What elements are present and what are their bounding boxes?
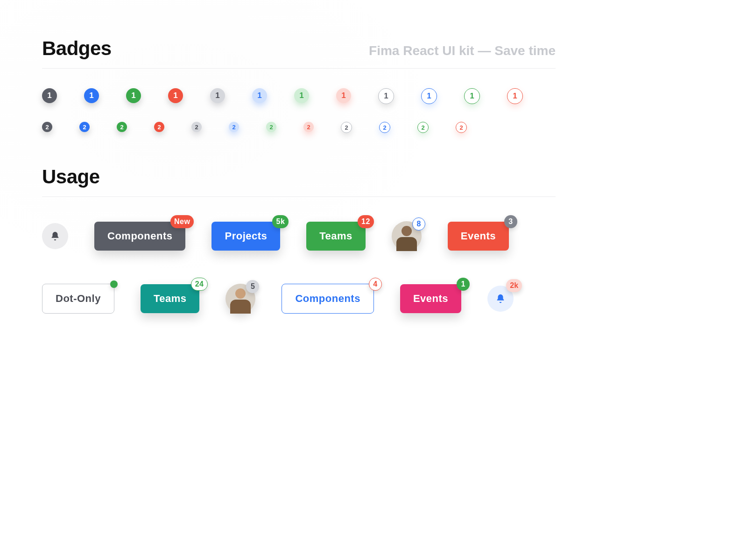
badge-dot [110,280,118,288]
events-button[interactable]: Events 1 [400,284,461,313]
badge-green-soft: 1 [294,88,309,103]
button-label: Teams [154,293,187,304]
badge-sm-red-soft: 2 [303,122,314,132]
bell-icon-button[interactable] [42,223,68,249]
bell-icon [495,294,506,304]
avatar[interactable]: 8 [392,221,422,251]
section-title: Badges [42,37,112,60]
badge-red-soft: 1 [336,88,351,103]
badge-count: 4 [369,278,382,291]
badge-new: New [170,215,194,228]
badge-gray-outline: 1 [378,88,394,104]
avatar[interactable]: 5 [226,284,255,314]
bell-with-badge[interactable]: 2k [487,286,514,312]
badge-count: 5k [272,215,289,228]
teams-button[interactable]: Teams 24 [141,284,200,313]
badge-sm-gray-fill: 2 [42,122,52,132]
badge-sm-gray-outline: 2 [341,122,352,133]
badge-count: 5 [246,280,259,293]
badge-red-outline: 1 [507,88,523,104]
badge-blue-fill: 1 [84,88,99,103]
projects-button[interactable]: Projects 5k [211,222,280,251]
usage-row-2: Dot-Only Teams 24 5 Components 4 Events … [42,284,556,314]
badge-count: 1 [457,278,470,291]
bell-icon [50,231,60,241]
badge-count: 12 [358,215,374,228]
events-button[interactable]: Events 3 [448,222,509,251]
badge-sm-green-outline: 2 [417,122,429,133]
badge-blue-soft: 1 [252,88,267,103]
badge-sm-blue-soft: 2 [229,122,239,132]
button-label: Components [295,293,360,304]
button-label: Projects [225,230,267,242]
badge-sm-red-fill: 2 [154,122,164,132]
tagline: Fima React UI kit — Save time [369,43,556,58]
badge-swatches: 1 1 1 1 1 1 1 1 1 1 1 1 2 2 2 2 2 2 2 2 … [42,88,556,133]
usage-row-1: Components New Projects 5k Teams 12 8 Ev… [42,221,556,251]
badge-count: 8 [412,217,425,231]
badge-gray-soft: 1 [210,88,225,103]
components-button[interactable]: Components 4 [282,284,374,314]
badge-sm-green-soft: 2 [266,122,276,132]
badge-sm-red-outline: 2 [456,122,467,133]
button-label: Dot-Only [56,293,101,304]
badge-row-small: 2 2 2 2 2 2 2 2 2 2 2 2 [42,122,556,133]
button-label: Events [461,230,496,242]
button-label: Components [107,230,172,242]
badge-red-fill: 1 [168,88,183,103]
badge-row-large: 1 1 1 1 1 1 1 1 1 1 1 1 [42,88,556,104]
badge-count: 2k [506,279,522,292]
badge-gray-fill: 1 [42,88,57,103]
badge-sm-blue-outline: 2 [379,122,390,133]
badge-count: 3 [504,215,517,228]
dot-only-button[interactable]: Dot-Only [42,284,114,314]
badge-green-outline: 1 [464,88,480,104]
section-title: Usage [42,166,100,188]
badge-count: 24 [191,278,208,291]
badge-sm-gray-soft: 2 [191,122,202,132]
badge-blue-outline: 1 [421,88,437,104]
usage-header: Usage [42,166,556,197]
button-label: Teams [319,230,352,242]
badge-sm-blue-fill: 2 [79,122,90,132]
components-button[interactable]: Components New [94,222,185,251]
button-label: Events [413,293,448,304]
badge-sm-green-fill: 2 [117,122,127,132]
badge-green-fill: 1 [126,88,141,103]
teams-button[interactable]: Teams 12 [306,222,366,251]
badges-header: Badges Fima React UI kit — Save time [42,37,556,69]
